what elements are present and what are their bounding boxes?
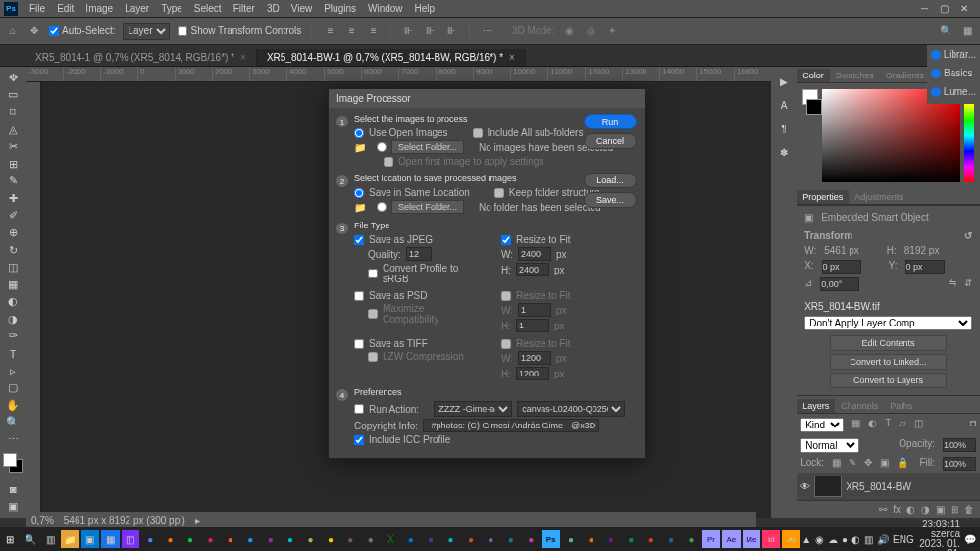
menu-view[interactable]: View bbox=[285, 3, 319, 14]
doc-dimensions[interactable]: 5461 px x 8192 px (300 ppi) bbox=[64, 515, 185, 526]
flip-h-icon[interactable]: ⇋ bbox=[949, 277, 956, 291]
trash-icon[interactable]: 🗑 bbox=[964, 504, 974, 515]
mask-icon[interactable]: ◐ bbox=[906, 504, 915, 515]
load-button[interactable]: Load... bbox=[584, 173, 637, 188]
taskbar-app[interactable]: ▣ bbox=[81, 530, 99, 548]
taskbar-app[interactable]: ● bbox=[141, 530, 159, 548]
dodge-tool[interactable]: ◑ bbox=[3, 311, 23, 327]
close-tab-icon[interactable]: × bbox=[240, 52, 246, 63]
fill-input[interactable] bbox=[943, 457, 976, 471]
group-icon[interactable]: ▣ bbox=[936, 504, 945, 515]
taskbar-app[interactable]: ● bbox=[482, 530, 499, 548]
lock-paint-icon[interactable]: ✎ bbox=[849, 457, 856, 471]
task-view-button[interactable]: ▥ bbox=[41, 530, 59, 548]
play-icon[interactable]: ▶ bbox=[775, 73, 793, 90]
layercomp-select[interactable]: Don't Apply Layer Comp bbox=[804, 316, 972, 330]
angle-input[interactable] bbox=[820, 277, 859, 291]
lasso-tool[interactable]: ⌑ bbox=[3, 104, 23, 121]
filter-toggle[interactable]: ◘ bbox=[970, 418, 976, 432]
menu-type[interactable]: Type bbox=[155, 3, 188, 14]
jpeg-h-input[interactable] bbox=[516, 263, 549, 276]
close-tab-icon[interactable]: × bbox=[509, 52, 515, 63]
folder-icon[interactable]: 📁 bbox=[354, 202, 366, 213]
taskbar-app[interactable]: Id bbox=[762, 530, 780, 548]
history-brush-tool[interactable]: ↻ bbox=[3, 242, 23, 259]
blend-mode-select[interactable]: Normal bbox=[800, 438, 859, 453]
edit-toolbar[interactable]: ⋯ bbox=[3, 431, 23, 448]
taskbar-app[interactable]: ● bbox=[502, 530, 520, 548]
lume-tab[interactable]: Lume... bbox=[931, 86, 976, 97]
taskbar-app[interactable]: Ai bbox=[782, 530, 799, 548]
select-folder2-radio[interactable] bbox=[377, 202, 387, 212]
taskbar-app[interactable]: ● bbox=[222, 530, 239, 548]
taskbar-app[interactable]: ● bbox=[201, 530, 219, 548]
shape-tool[interactable]: ▢ bbox=[3, 379, 23, 396]
run-button[interactable]: Run bbox=[584, 114, 637, 129]
document-tab[interactable]: XR5_8014-1 @ 0,7% (XR5_8014, RGB/16*) *× bbox=[26, 49, 257, 66]
taskbar-app[interactable]: ● bbox=[441, 530, 459, 548]
zoom-tool[interactable]: 🔍 bbox=[3, 415, 23, 431]
use-open-radio[interactable] bbox=[354, 128, 364, 138]
fx-icon[interactable]: fx bbox=[893, 504, 901, 515]
filter-type-icon[interactable]: T bbox=[885, 418, 891, 432]
taskbar-app[interactable]: ● bbox=[622, 530, 640, 548]
tab-properties[interactable]: Properties bbox=[797, 190, 849, 204]
document-tab[interactable]: XR5_8014-BW-1 @ 0,7% (XR5_8014-BW, RGB/1… bbox=[257, 49, 526, 66]
taskbar-app[interactable]: ● bbox=[282, 530, 299, 548]
taskbar-app[interactable]: ● bbox=[341, 530, 359, 548]
tray-icon[interactable]: ◉ bbox=[815, 534, 824, 545]
opacity-input[interactable] bbox=[943, 438, 976, 452]
adjustment-icon[interactable]: ◑ bbox=[921, 504, 930, 515]
taskbar-app[interactable]: ● bbox=[462, 530, 480, 548]
taskbar-app[interactable]: ● bbox=[562, 530, 580, 548]
screenmode-tool[interactable]: ▣ bbox=[3, 498, 23, 515]
brush-tool[interactable]: ✐ bbox=[3, 208, 23, 225]
taskbar-app[interactable]: X bbox=[382, 530, 399, 548]
resize-jpeg-checkbox[interactable] bbox=[501, 235, 511, 245]
menu-plugins[interactable]: Plugins bbox=[318, 3, 362, 14]
link-icon[interactable]: ⚯ bbox=[879, 504, 887, 515]
action-set-select[interactable]: ZZZZ -Gime-actions bbox=[434, 401, 512, 417]
visibility-icon[interactable]: 👁 bbox=[800, 481, 810, 492]
tray-icon[interactable]: ◐ bbox=[851, 534, 860, 545]
showtransform-checkbox[interactable] bbox=[178, 26, 187, 36]
reset-icon[interactable]: ↺ bbox=[964, 230, 972, 241]
taskbar-app[interactable]: ● bbox=[301, 530, 319, 548]
menu-select[interactable]: Select bbox=[188, 3, 228, 14]
y-input[interactable] bbox=[905, 260, 945, 274]
search-icon[interactable]: 🔍 bbox=[939, 25, 953, 38]
minimize-icon[interactable]: ─ bbox=[921, 3, 928, 14]
copyright-input[interactable] bbox=[423, 419, 599, 432]
dist-icon3[interactable]: ⊪ bbox=[445, 25, 459, 38]
notifications-icon[interactable]: 💬 bbox=[964, 534, 976, 545]
tab-gradients[interactable]: Gradients bbox=[880, 69, 930, 82]
taskbar-app[interactable]: ● bbox=[682, 530, 699, 548]
tab-channels[interactable]: Channels bbox=[835, 399, 884, 413]
close-icon[interactable]: ✕ bbox=[960, 3, 968, 14]
status-arrow-icon[interactable]: ▸ bbox=[195, 515, 200, 526]
gradient-tool[interactable]: ▦ bbox=[3, 276, 23, 293]
path-tool[interactable]: ▹ bbox=[3, 363, 23, 379]
jpeg-w-input[interactable] bbox=[518, 247, 551, 261]
tab-color[interactable]: Color bbox=[797, 69, 830, 82]
tray-clock[interactable]: 23:03:11szerda2023. 01. 04. bbox=[918, 520, 960, 551]
cancel-button[interactable]: Cancel bbox=[584, 133, 637, 149]
tray-icon[interactable]: ▥ bbox=[864, 534, 873, 545]
tab-paths[interactable]: Paths bbox=[884, 399, 918, 413]
new-layer-icon[interactable]: ⊞ bbox=[951, 504, 958, 515]
workspace-icon[interactable]: ▦ bbox=[960, 25, 974, 38]
select-folder-radio[interactable] bbox=[377, 142, 387, 152]
kind-filter[interactable]: Kind bbox=[800, 418, 844, 432]
taskbar-app[interactable]: ● bbox=[662, 530, 680, 548]
filter-smart-icon[interactable]: ◫ bbox=[914, 418, 923, 432]
tray-icon[interactable]: ☁ bbox=[828, 534, 838, 545]
taskbar-app[interactable]: Ae bbox=[722, 530, 740, 548]
menu-3d[interactable]: 3D bbox=[261, 3, 285, 14]
taskbar-app[interactable]: ● bbox=[362, 530, 380, 548]
selection-tool[interactable]: ◬ bbox=[3, 122, 23, 138]
hand-tool[interactable]: ✋ bbox=[3, 397, 23, 414]
maximize-icon[interactable]: ▢ bbox=[940, 3, 949, 14]
save-psd-checkbox[interactable] bbox=[354, 291, 364, 301]
convert-layers-button[interactable]: Convert to Layers bbox=[830, 373, 947, 388]
taskbar-app[interactable]: Pr bbox=[702, 530, 720, 548]
